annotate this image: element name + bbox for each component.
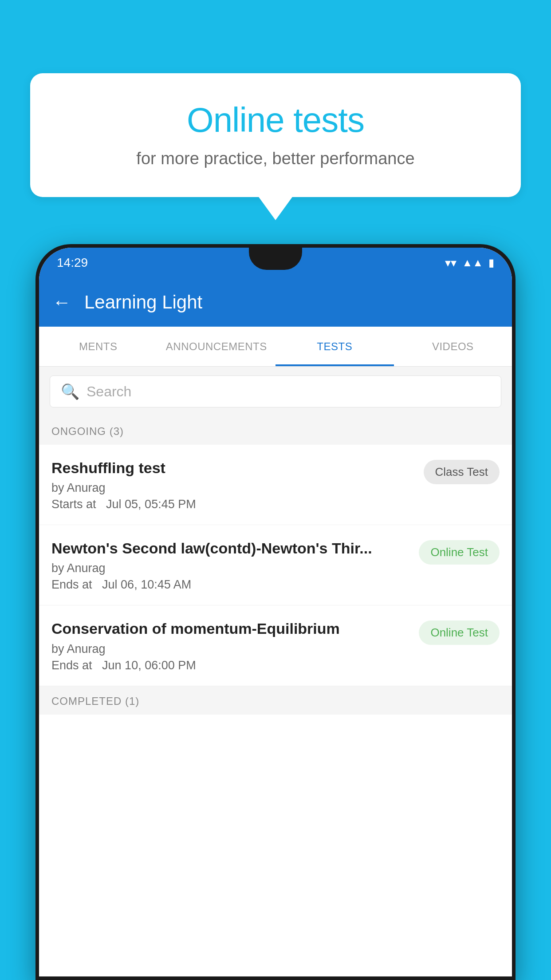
battery-icon: ▮ bbox=[488, 257, 494, 269]
test-time-1: Starts at Jul 05, 05:45 PM bbox=[51, 498, 415, 511]
status-time: 14:29 bbox=[57, 256, 88, 270]
speech-bubble: Online tests for more practice, better p… bbox=[30, 73, 521, 197]
ongoing-section-header: ONGOING (3) bbox=[39, 416, 512, 445]
test-time-value-2: Jul 06, 10:45 AM bbox=[102, 578, 191, 591]
app-bar: ← Learning Light bbox=[39, 278, 512, 327]
tab-announcements[interactable]: ANNOUNCEMENTS bbox=[157, 327, 276, 366]
search-input[interactable]: 🔍 Search bbox=[50, 375, 501, 407]
test-time-label-2: Ends at bbox=[51, 578, 92, 591]
test-author-1: by Anurag bbox=[51, 481, 415, 495]
ongoing-label: ONGOING (3) bbox=[51, 425, 124, 437]
wifi-icon: ▾▾ bbox=[445, 256, 457, 270]
phone-frame: 14:29 ▾▾ ▲▲ ▮ ← Learning Light MENTS ANN… bbox=[35, 244, 516, 980]
test-badge-3: Online Test bbox=[419, 620, 500, 645]
test-time-2: Ends at Jul 06, 10:45 AM bbox=[51, 578, 410, 592]
test-item-conservation[interactable]: Conservation of momentum-Equilibrium by … bbox=[39, 605, 512, 686]
search-icon: 🔍 bbox=[61, 383, 79, 400]
completed-section-header: COMPLETED (1) bbox=[39, 686, 512, 715]
status-icons: ▾▾ ▲▲ ▮ bbox=[445, 256, 494, 270]
test-time-3: Ends at Jun 10, 06:00 PM bbox=[51, 659, 410, 672]
notch bbox=[249, 248, 302, 270]
test-time-value-3: Jun 10, 06:00 PM bbox=[102, 659, 196, 672]
status-bar: 14:29 ▾▾ ▲▲ ▮ bbox=[39, 248, 512, 278]
test-time-label-1: Starts at bbox=[51, 498, 96, 511]
test-name-2: Newton's Second law(contd)-Newton's Thir… bbox=[51, 538, 410, 558]
app-title: Learning Light bbox=[84, 292, 202, 313]
completed-label: COMPLETED (1) bbox=[51, 695, 139, 707]
phone-inner: 14:29 ▾▾ ▲▲ ▮ ← Learning Light MENTS ANN… bbox=[39, 248, 512, 976]
test-item-newton[interactable]: Newton's Second law(contd)-Newton's Thir… bbox=[39, 525, 512, 605]
test-time-label-3: Ends at bbox=[51, 659, 92, 672]
tab-tests[interactable]: TESTS bbox=[276, 327, 394, 366]
test-badge-1: Class Test bbox=[424, 460, 500, 484]
test-info-3: Conservation of momentum-Equilibrium by … bbox=[51, 619, 410, 672]
test-info-2: Newton's Second law(contd)-Newton's Thir… bbox=[51, 538, 410, 592]
test-name-1: Reshuffling test bbox=[51, 458, 415, 478]
search-placeholder: Search bbox=[87, 383, 131, 400]
search-container: 🔍 Search bbox=[39, 367, 512, 416]
signal-icon: ▲▲ bbox=[462, 257, 483, 269]
test-badge-2: Online Test bbox=[419, 540, 500, 565]
test-info-1: Reshuffling test by Anurag Starts at Jul… bbox=[51, 458, 415, 511]
back-button[interactable]: ← bbox=[52, 292, 71, 313]
test-name-3: Conservation of momentum-Equilibrium bbox=[51, 619, 410, 638]
test-list: Reshuffling test by Anurag Starts at Jul… bbox=[39, 445, 512, 686]
test-item-reshuffling[interactable]: Reshuffling test by Anurag Starts at Jul… bbox=[39, 445, 512, 525]
bubble-subtitle: for more practice, better performance bbox=[66, 149, 485, 168]
test-time-value-1: Jul 05, 05:45 PM bbox=[106, 498, 196, 511]
tab-videos[interactable]: VIDEOS bbox=[394, 327, 512, 366]
tabs-bar: MENTS ANNOUNCEMENTS TESTS VIDEOS bbox=[39, 327, 512, 367]
test-author-3: by Anurag bbox=[51, 642, 410, 656]
tab-ments[interactable]: MENTS bbox=[39, 327, 157, 366]
bubble-title: Online tests bbox=[66, 100, 485, 140]
test-author-2: by Anurag bbox=[51, 561, 410, 575]
